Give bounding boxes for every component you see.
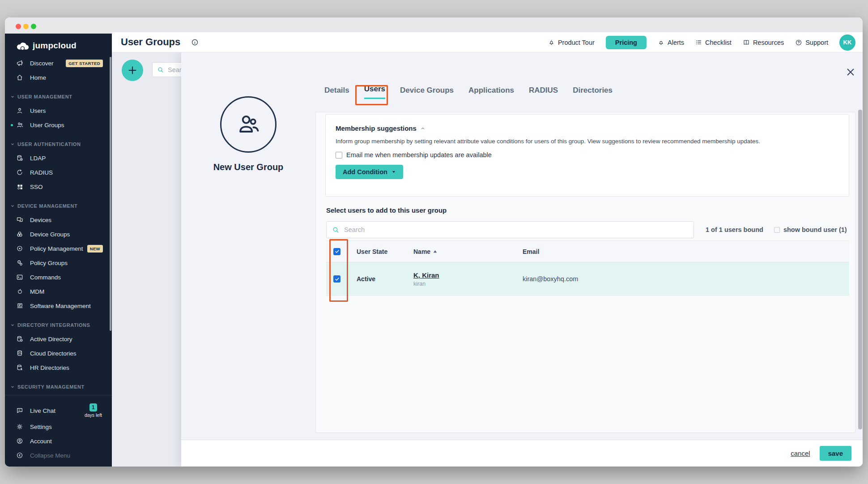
cancel-button[interactable]: cancel: [791, 450, 810, 457]
sso-grid-icon: [16, 184, 24, 190]
sidebar-item-ldap[interactable]: LDAP: [5, 151, 112, 165]
sidebar-item-label: HR Directories: [30, 364, 69, 371]
jumpcloud-logo[interactable]: jumpcloud: [5, 34, 112, 56]
tab-applications[interactable]: Applications: [468, 86, 514, 99]
minimize-window-button[interactable]: [23, 24, 29, 29]
sidebar-item-commands[interactable]: Commands: [5, 270, 112, 284]
chevron-down-icon: [10, 385, 15, 389]
add-condition-button[interactable]: Add Condition: [336, 165, 403, 179]
app-header: User Groups Product Tour Pricing Alerts …: [112, 32, 863, 52]
sidebar-item-devices[interactable]: Devices: [5, 213, 112, 227]
zoom-window-button[interactable]: [31, 24, 36, 29]
new-user-group-drawer: New User Group Details Users Device Grou…: [181, 52, 863, 467]
page-title: User Groups: [121, 36, 180, 48]
sidebar-item-cloud-directories[interactable]: Cloud Directories: [5, 346, 112, 360]
terminal-icon: [16, 274, 24, 281]
save-button[interactable]: save: [820, 446, 851, 461]
resources-button[interactable]: Resources: [743, 39, 784, 46]
column-header-email[interactable]: Email: [514, 248, 849, 255]
group-name: New User Group: [181, 162, 315, 172]
select-all-checkbox[interactable]: [333, 248, 340, 255]
chevron-down-icon: [10, 142, 15, 146]
email-updates-checkbox[interactable]: [336, 152, 342, 158]
sidebar-item-home[interactable]: Home: [5, 70, 112, 85]
sidebar-item-live-chat[interactable]: Live Chat 1 days left: [5, 402, 112, 420]
sidebar-item-active-directory[interactable]: Active Directory: [5, 332, 112, 346]
section-user-management[interactable]: USER MANAGEMENT: [5, 90, 112, 103]
alerts-button[interactable]: Alerts: [658, 39, 684, 46]
table-row[interactable]: Active K, Kiran kiran kiran@boxyhq.com: [326, 262, 849, 296]
pricing-button[interactable]: Pricing: [606, 36, 647, 49]
sidebar-item-hr-directories[interactable]: HR Directories: [5, 360, 112, 375]
help-circle-icon: [795, 39, 802, 46]
close-window-button[interactable]: [16, 24, 21, 29]
sidebar-item-policy-management[interactable]: Policy Management NEW: [5, 241, 112, 256]
show-bound-user-option[interactable]: show bound user (1): [774, 226, 847, 233]
app-window: jumpcloud Discover GET STARTED Home USER…: [5, 17, 863, 467]
sort-ascending-icon: [433, 250, 437, 253]
sidebar-item-settings[interactable]: Settings: [5, 420, 112, 434]
column-header-user-state[interactable]: User State: [348, 248, 404, 255]
sidebar-item-radius[interactable]: RADIUS: [5, 165, 112, 180]
user-search-input[interactable]: [344, 226, 694, 233]
tab-radius[interactable]: RADIUS: [529, 86, 558, 99]
sidebar-item-label: Live Chat: [30, 407, 55, 414]
gear-icon: [16, 423, 24, 430]
section-directory-integrations[interactable]: DIRECTORY INTEGRATIONS: [5, 318, 112, 332]
sidebar-item-user-groups[interactable]: User Groups: [5, 118, 112, 132]
add-user-group-button[interactable]: [122, 60, 143, 81]
active-directory-icon: [16, 335, 24, 343]
active-dot: [11, 124, 13, 126]
drawer-footer: cancel save: [181, 440, 863, 467]
close-icon[interactable]: [844, 66, 857, 78]
sidebar-item-label: RADIUS: [30, 169, 53, 176]
sidebar-item-label: Settings: [30, 424, 52, 430]
user-state: Active: [348, 275, 404, 283]
product-tour-icon: [548, 39, 555, 46]
user-name-link[interactable]: K, Kiran: [413, 271, 514, 279]
product-tour-button[interactable]: Product Tour: [548, 39, 595, 46]
info-icon[interactable]: [191, 39, 199, 46]
membership-suggestions-toggle[interactable]: Membership suggestions: [336, 124, 839, 132]
chat-bubble-icon: [16, 407, 24, 414]
policy-management-icon: [16, 245, 24, 252]
sidebar-item-label: Devices: [30, 217, 51, 223]
row-checkbox[interactable]: [333, 275, 340, 283]
sidebar-item-discover[interactable]: Discover GET STARTED: [5, 56, 112, 70]
sidebar-footer: Live Chat 1 days left Settings: [5, 395, 112, 467]
column-header-name[interactable]: Name: [404, 248, 514, 255]
tab-directories[interactable]: Directories: [573, 86, 613, 99]
sidebar-item-sso[interactable]: SSO: [5, 180, 112, 194]
section-security-management[interactable]: SECURITY MANAGEMENT: [5, 380, 112, 394]
support-button[interactable]: Support: [795, 39, 828, 46]
show-bound-user-checkbox[interactable]: [774, 227, 780, 233]
sidebar: jumpcloud Discover GET STARTED Home USER…: [5, 34, 112, 467]
apple-icon: [16, 288, 24, 295]
megaphone-icon: [16, 60, 24, 67]
sidebar-item-label: Device Groups: [30, 231, 70, 238]
sidebar-item-software-management[interactable]: Software Management: [5, 299, 112, 313]
tab-users[interactable]: Users: [364, 85, 385, 99]
laptop-icon: [16, 302, 24, 309]
tab-device-groups[interactable]: Device Groups: [400, 86, 454, 99]
tab-details[interactable]: Details: [324, 86, 349, 99]
sidebar-item-users[interactable]: Users: [5, 103, 112, 118]
sidebar-scrollbar[interactable]: [110, 57, 111, 331]
users-table: User State Name Email Active K, Kiran ki…: [326, 240, 849, 296]
window-scrollbar[interactable]: [858, 110, 862, 429]
sidebar-item-policy-groups[interactable]: Policy Groups: [5, 256, 112, 270]
sidebar-item-collapse-menu[interactable]: Collapse Menu: [5, 448, 112, 463]
sidebar-item-mdm[interactable]: MDM: [5, 284, 112, 299]
user-avatar[interactable]: KK: [839, 34, 855, 51]
sidebar-item-device-groups[interactable]: Device Groups: [5, 227, 112, 241]
sidebar-item-account[interactable]: Account: [5, 434, 112, 448]
hr-directories-icon: [16, 364, 24, 371]
checklist-button[interactable]: Checklist: [695, 39, 732, 46]
policy-groups-icon: [16, 259, 24, 266]
section-device-management[interactable]: DEVICE MANAGEMENT: [5, 199, 112, 213]
chevron-down-icon: [10, 94, 15, 99]
email-updates-option[interactable]: Email me when membership updates are ava…: [336, 151, 839, 158]
get-started-badge: GET STARTED: [66, 60, 103, 67]
section-user-authentication[interactable]: USER AUTHENTICATION: [5, 137, 112, 151]
chevron-up-icon: [420, 126, 425, 131]
